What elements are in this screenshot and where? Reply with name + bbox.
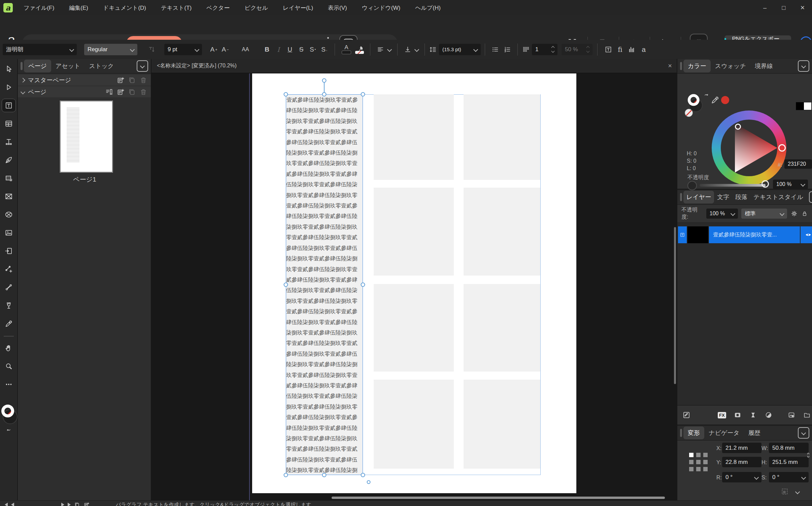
w-input[interactable]: 50.8 mm xyxy=(769,443,809,453)
close-button[interactable]: × xyxy=(793,0,812,15)
表示(V)[interactable]: 表示(V) xyxy=(328,4,347,12)
pages-section-header[interactable]: ページ xyxy=(18,86,151,97)
hex-input[interactable]: 231F20 xyxy=(784,159,812,169)
selection-handle[interactable] xyxy=(284,473,288,477)
panel-collapse-button[interactable] xyxy=(137,60,148,72)
レイヤー(L)[interactable]: レイヤー(L) xyxy=(283,4,313,12)
blend-mode-select[interactable]: 標準 xyxy=(741,209,787,219)
white-swatch[interactable] xyxy=(804,102,812,110)
master-pages-section-header[interactable]: マスターページ xyxy=(18,74,151,86)
add-page-icon[interactable] xyxy=(83,502,90,506)
image-frame-placeholder[interactable] xyxy=(464,380,540,469)
h-input[interactable]: 251.5 mm xyxy=(769,457,809,467)
opacity-slider-thumb[interactable] xyxy=(762,180,769,188)
more-tools-button[interactable] xyxy=(2,378,16,391)
tab-transform[interactable]: 変形 xyxy=(683,426,704,439)
x-input[interactable]: 21.2 mm xyxy=(722,443,762,453)
tab-layers[interactable]: レイヤー xyxy=(683,191,714,203)
selection-handle[interactable] xyxy=(361,473,365,477)
scale-stepper[interactable]: 50 % xyxy=(562,44,593,55)
bold-button[interactable]: B xyxy=(261,43,273,56)
vertical-scrollbar[interactable] xyxy=(674,227,676,384)
blend-options-gear-icon[interactable] xyxy=(790,210,798,217)
edit-all-layers-icon[interactable] xyxy=(682,411,691,419)
image-frame-placeholder[interactable] xyxy=(464,94,540,180)
data-merge-tool[interactable] xyxy=(2,244,16,258)
layer-title[interactable]: 壹貳參肆伍陸柒捌玖零壹... xyxy=(709,226,800,243)
page-navigation[interactable] xyxy=(5,502,90,506)
panel-grip[interactable] xyxy=(680,429,682,437)
place-image-tool[interactable] xyxy=(2,226,16,240)
decrease-size-button[interactable]: A− xyxy=(219,43,231,56)
node-tool[interactable] xyxy=(2,81,16,94)
テキスト(T)[interactable]: テキスト(T) xyxy=(161,4,192,12)
layers-list[interactable]: 壹貳參肆伍陸柒捌玖零壹... xyxy=(677,223,812,405)
document-tab[interactable]: <名称未設定> [変更済み] (70.2%) × xyxy=(151,59,677,73)
italic-button[interactable]: I xyxy=(273,43,284,56)
opacity-slider-track[interactable] xyxy=(700,184,766,187)
superscript-button[interactable]: S• xyxy=(307,43,318,56)
page1-label[interactable]: ページ1 xyxy=(18,175,151,184)
tab-paragraph[interactable]: 段落 xyxy=(732,191,750,203)
font-family-select[interactable]: 游明朝 xyxy=(3,44,77,55)
new-group-icon[interactable] xyxy=(803,411,811,419)
live-filter-icon[interactable] xyxy=(765,411,773,419)
編集(E)[interactable]: 編集(E) xyxy=(69,4,88,12)
layer-effects-button[interactable]: FX xyxy=(718,412,726,418)
selection-handle[interactable] xyxy=(361,283,365,287)
horizontal-scrollbar[interactable] xyxy=(332,497,665,499)
new-image-layer-icon[interactable] xyxy=(787,411,796,419)
underline-button[interactable]: U xyxy=(284,43,296,56)
ファイル(F)[interactable]: ファイル(F) xyxy=(24,4,54,12)
color-picker-tool[interactable] xyxy=(2,317,16,330)
minimize-button[interactable]: – xyxy=(755,0,774,15)
picture-frame-ellipse-tool[interactable] xyxy=(2,208,16,221)
strikethrough-button[interactable]: S xyxy=(296,43,307,56)
font-size-select[interactable]: 9 pt xyxy=(164,44,202,55)
selected-text-frame[interactable]: 壹貳參肆伍陸柒捌玖零壹貳參肆伍陸柒捌玖零壹貳參肆伍陸柒捌玖零壹貳參肆伍陸柒捌玖零… xyxy=(286,94,363,475)
mask-layer-icon[interactable] xyxy=(734,411,742,419)
text-flow-handle[interactable] xyxy=(367,480,371,484)
anchor-point-selector[interactable] xyxy=(689,453,708,471)
move-tool[interactable] xyxy=(2,62,16,76)
ピクセル[interactable]: ピクセル xyxy=(245,4,268,12)
duplicate-page-icon[interactable] xyxy=(128,88,136,96)
image-frame-placeholder[interactable] xyxy=(374,94,454,180)
selection-handle[interactable] xyxy=(322,92,327,97)
ベクター[interactable]: ベクター xyxy=(206,4,230,12)
ヘルプ(H)[interactable]: ヘルプ(H) xyxy=(415,4,441,12)
lock-layer-icon[interactable] xyxy=(801,210,808,217)
no-color-icon[interactable] xyxy=(685,109,693,117)
tab-color[interactable]: カラー xyxy=(683,60,711,72)
delete-page-icon[interactable] xyxy=(139,88,147,96)
font-style-select[interactable]: Regular xyxy=(84,44,137,55)
duplicate-master-page-icon[interactable] xyxy=(128,76,136,84)
vertical-align-select[interactable] xyxy=(402,43,420,56)
page-view-icon[interactable] xyxy=(74,502,80,506)
frame-text-tool[interactable] xyxy=(2,99,16,112)
artistic-text-tool[interactable] xyxy=(2,135,16,149)
layer-visibility-toggle[interactable] xyxy=(801,226,812,243)
case-toggle-button[interactable]: AA xyxy=(240,43,251,56)
transparency-tool[interactable] xyxy=(2,299,16,312)
selection-handle[interactable] xyxy=(284,92,288,97)
selection-handle[interactable] xyxy=(284,283,288,287)
highlight-color-button[interactable] xyxy=(353,43,366,56)
tab-history[interactable]: 履歴 xyxy=(744,426,765,439)
text-color-button[interactable]: A xyxy=(340,43,353,56)
numbered-list-button[interactable] xyxy=(501,43,513,56)
picture-frame-rectangle-tool[interactable] xyxy=(2,190,16,203)
rotation-select[interactable]: 0 ° xyxy=(722,472,762,482)
tab-assets[interactable]: アセット xyxy=(51,60,85,72)
color-picker-icon[interactable] xyxy=(710,95,720,105)
vertical-text-toggle-icon[interactable] xyxy=(145,43,158,56)
swap-fill-stroke-icon[interactable] xyxy=(703,93,710,99)
image-frame-placeholder[interactable] xyxy=(464,284,540,372)
tab-stroke[interactable]: 境界線 xyxy=(750,60,777,72)
columns-stepper[interactable]: 1 xyxy=(532,44,557,55)
tab-text-styles[interactable]: テキストスタイル xyxy=(750,191,806,203)
triangle-selector[interactable] xyxy=(735,124,741,130)
layer-row-selected[interactable]: 壹貳參肆伍陸柒捌玖零壹... xyxy=(678,226,812,243)
bullet-list-button[interactable] xyxy=(489,43,501,56)
canvas[interactable]: 壹貳參肆伍陸柒捌玖零壹貳參肆伍陸柒捌玖零壹貳參肆伍陸柒捌玖零壹貳參肆伍陸柒捌玖零… xyxy=(151,73,677,500)
